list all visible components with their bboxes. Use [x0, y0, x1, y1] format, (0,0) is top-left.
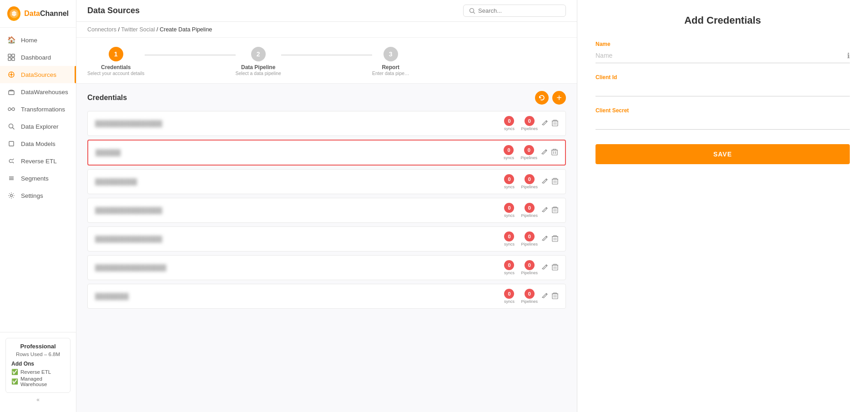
- pipelines-count: 0: [525, 289, 535, 299]
- credential-actions: 0 syncs 0 Pipelines: [501, 116, 558, 131]
- credential-name: ██████████: [95, 178, 137, 185]
- refresh-icon: [539, 95, 545, 101]
- syncs-badge: 0 syncs: [500, 145, 517, 160]
- info-icon[interactable]: ℹ: [847, 51, 850, 60]
- sidebar-item-settings[interactable]: Settings: [0, 187, 76, 204]
- clientsecret-form-group: Client Secret: [595, 107, 850, 130]
- sidebar-item-datawarehouses[interactable]: DataWarehouses: [0, 83, 76, 100]
- pipelines-count: 0: [525, 116, 535, 126]
- clientid-input[interactable]: [595, 83, 850, 94]
- syncs-badge: 0 syncs: [501, 116, 517, 131]
- credentials-section: Credentials + ████████████████ 0 syncs: [76, 84, 577, 412]
- sidebar-item-datasources[interactable]: DataSources: [0, 66, 76, 83]
- pipeline-steps: 1 Credentials Select your account detail…: [76, 38, 577, 84]
- step-line-1: [145, 55, 236, 55]
- pipelines-badge: 0 Pipelines: [521, 116, 538, 131]
- step-report: 3 Report Enter data pipe…: [372, 47, 409, 76]
- credential-row[interactable]: █████████████████ 0 syncs 0 Pipelines: [87, 255, 566, 280]
- add-credential-button[interactable]: +: [552, 91, 566, 105]
- name-label: Name: [595, 41, 850, 47]
- panel-title: Add Credentials: [595, 15, 850, 26]
- syncs-label: syncs: [504, 299, 515, 304]
- sidebar-item-transformations[interactable]: Transformations: [0, 100, 76, 118]
- svg-point-8: [8, 108, 11, 111]
- step-pipeline: 2 Data Pipeline Select a data pipeline: [236, 47, 281, 76]
- syncs-badge: 0 syncs: [501, 203, 517, 218]
- credential-row[interactable]: ████████████████ 0 syncs 0 Pipelines: [87, 111, 566, 136]
- pipelines-label: Pipelines: [521, 242, 538, 246]
- name-input[interactable]: [595, 50, 847, 61]
- refresh-button[interactable]: [535, 91, 549, 105]
- sidebar-item-segments[interactable]: Segments: [0, 170, 76, 187]
- credential-name: ████████████████: [95, 120, 162, 127]
- home-icon: 🏠: [7, 36, 15, 44]
- delete-icon[interactable]: [551, 149, 558, 157]
- syncs-label: syncs: [504, 242, 515, 246]
- clientid-label: Client Id: [595, 74, 850, 80]
- pipelines-label: Pipelines: [520, 156, 537, 160]
- pipelines-count: 0: [524, 145, 534, 155]
- syncs-label: syncs: [504, 185, 515, 189]
- save-button[interactable]: SAVE: [595, 144, 850, 164]
- pipelines-count: 0: [525, 203, 535, 213]
- edit-icon[interactable]: [541, 149, 548, 157]
- sidebar-footer: Professional Rows Used – 6.8M Add Ons ✅ …: [0, 332, 76, 412]
- logo-text: DataChannel: [24, 10, 69, 18]
- main-header: Data Sources: [76, 0, 577, 22]
- pipelines-count: 0: [525, 174, 535, 184]
- delete-icon[interactable]: [552, 235, 558, 243]
- credential-row[interactable]: ████████████████ 0 syncs 0 Pipelines: [87, 198, 566, 223]
- edit-icon[interactable]: [541, 292, 548, 301]
- edit-icon[interactable]: [541, 235, 548, 243]
- credential-row[interactable]: ████████████████ 0 syncs 0 Pipelines: [87, 226, 566, 251]
- step-line-2: [281, 55, 372, 55]
- syncs-count: 0: [504, 145, 514, 155]
- edit-icon[interactable]: [541, 264, 548, 272]
- clientsecret-form-row: [595, 116, 850, 130]
- sidebar-item-reverseetl[interactable]: Reverse ETL: [0, 152, 76, 170]
- clientsecret-input[interactable]: [595, 116, 850, 127]
- breadcrumb-twitter[interactable]: Twitter Social: [121, 26, 155, 33]
- datasources-icon: [7, 70, 15, 79]
- sidebar-item-datamodels[interactable]: Data Models: [0, 135, 76, 152]
- sidebar: DataChannel 🏠 Home Dashboard DataSources…: [0, 0, 76, 412]
- sidebar-item-dataexplorer[interactable]: Data Explorer: [0, 118, 76, 135]
- syncs-badge: 0 syncs: [501, 289, 517, 304]
- sidebar-item-dashboard[interactable]: Dashboard: [0, 49, 76, 66]
- step-3-circle: 3: [384, 47, 398, 61]
- svg-rect-14: [552, 121, 558, 126]
- delete-icon[interactable]: [552, 178, 558, 186]
- delete-icon[interactable]: [552, 206, 558, 215]
- page-title: Data Sources: [87, 6, 140, 15]
- edit-icon[interactable]: [541, 120, 548, 128]
- clientsecret-label: Client Secret: [595, 107, 850, 114]
- credential-actions: 0 syncs 0 Pipelines: [501, 231, 558, 246]
- name-form-row: ℹ: [595, 50, 850, 63]
- svg-rect-18: [552, 236, 558, 241]
- delete-icon[interactable]: [552, 120, 558, 128]
- edit-icon[interactable]: [541, 206, 548, 215]
- svg-rect-15: [552, 150, 557, 155]
- syncs-label: syncs: [504, 213, 515, 218]
- pipelines-label: Pipelines: [521, 299, 538, 304]
- credentials-header: Credentials +: [87, 91, 566, 105]
- delete-icon[interactable]: [552, 264, 558, 272]
- search-input[interactable]: [478, 7, 560, 14]
- pipelines-badge: 0 Pipelines: [521, 289, 538, 304]
- svg-rect-19: [552, 265, 558, 270]
- svg-point-6: [10, 74, 12, 75]
- breadcrumb-connectors[interactable]: Connectors: [87, 26, 116, 33]
- credential-row[interactable]: ██████ 0 syncs 0 Pipelines: [87, 140, 566, 166]
- credential-row[interactable]: ██████████ 0 syncs 0 Pipelines: [87, 169, 566, 194]
- pipelines-label: Pipelines: [521, 185, 538, 189]
- credential-name: ████████: [95, 293, 129, 300]
- delete-icon[interactable]: [552, 292, 558, 301]
- search-box[interactable]: [463, 5, 566, 17]
- collapse-button[interactable]: «: [5, 393, 71, 407]
- edit-icon[interactable]: [541, 178, 548, 186]
- sidebar-item-home[interactable]: 🏠 Home: [0, 31, 76, 49]
- syncs-badge: 0 syncs: [501, 231, 517, 246]
- search-icon: [469, 8, 475, 14]
- credential-row[interactable]: ████████ 0 syncs 0 Pipelines: [87, 284, 566, 309]
- pipelines-label: Pipelines: [521, 271, 538, 275]
